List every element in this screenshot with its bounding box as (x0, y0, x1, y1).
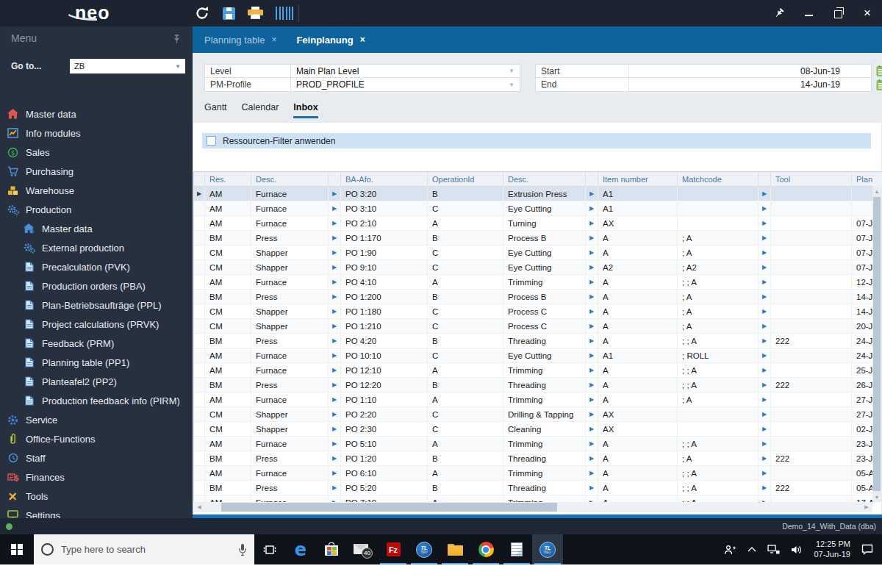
expand-arrow-icon[interactable]: ▶ (759, 348, 771, 363)
row-selector-header[interactable] (194, 172, 205, 186)
table-row[interactable]: AMFurnace▶PO 4:10ATrimming▶A; ; A▶12-J (194, 275, 873, 290)
row-selector[interactable] (194, 201, 205, 216)
expand-arrow-icon[interactable]: ▶ (586, 290, 598, 304)
close-icon[interactable]: × (360, 35, 365, 45)
taskbar-icon-notepad[interactable] (501, 534, 532, 564)
minimize-icon[interactable] (803, 7, 814, 19)
notification-icon[interactable] (861, 544, 873, 555)
expand-arrow-icon[interactable]: ▶ (759, 245, 771, 260)
expand-arrow-icon[interactable]: ▶ (329, 290, 341, 304)
column-header-desc[interactable]: Desc. (251, 172, 329, 186)
column-header-matchcode[interactable]: Matchcode (678, 172, 759, 186)
vertical-scrollbar[interactable]: ▲ ▼ (872, 186, 881, 502)
taskbar-icon-task-view[interactable] (254, 534, 285, 564)
expand-arrow-icon[interactable]: ▶ (586, 275, 598, 290)
expand-arrow-icon[interactable]: ▶ (759, 201, 771, 216)
expand-arrow-icon[interactable]: ▶ (329, 407, 341, 422)
row-selector[interactable] (194, 451, 205, 466)
expand-arrow-icon[interactable]: ▶ (329, 201, 341, 216)
pin-icon[interactable] (773, 7, 785, 19)
expand-arrow-icon[interactable]: ▶ (586, 466, 598, 481)
close-icon[interactable]: × (861, 7, 873, 19)
sidebar-item-sales[interactable]: $Sales (0, 143, 193, 162)
sidebar-item-service[interactable]: Service (0, 410, 193, 429)
level-select[interactable]: Main Plan Level ▼ (291, 65, 520, 77)
people-icon[interactable] (724, 545, 736, 555)
column-header-operationid[interactable]: OperationId (428, 172, 503, 186)
expand-arrow-icon[interactable]: ▶ (586, 392, 598, 407)
expand-arrow-icon[interactable]: ▶ (586, 407, 598, 422)
expand-arrow-icon[interactable]: ▶ (329, 392, 341, 407)
expand-arrow-icon[interactable]: ▶ (586, 245, 598, 260)
sidebar-item-master-data[interactable]: Master data (0, 104, 193, 123)
restore-icon[interactable] (832, 7, 844, 19)
row-selector[interactable] (194, 392, 205, 407)
expand-arrow-icon[interactable]: ▶ (759, 392, 771, 407)
expand-column-header[interactable] (586, 172, 598, 186)
row-selector[interactable] (194, 216, 205, 231)
print-icon[interactable] (248, 7, 263, 20)
sidebar-item-project-calculations-prvk[interactable]: Project calculations (PRVK) (0, 315, 193, 334)
table-row[interactable]: CMShapper▶PO 2:20CDrilling & Tapping▶AX▶… (194, 407, 873, 422)
expand-arrow-icon[interactable]: ▶ (759, 451, 771, 466)
end-date-field[interactable]: 14-Jun-19 (629, 78, 871, 91)
horizontal-scrollbar[interactable]: ◀ ▶ (193, 502, 872, 512)
expand-arrow-icon[interactable]: ▶ (586, 304, 598, 319)
expand-arrow-icon[interactable]: ▶ (329, 216, 341, 231)
expand-arrow-icon[interactable]: ▶ (586, 495, 598, 502)
taskbar-icon-filezilla[interactable]: Fz (378, 534, 409, 564)
column-header-ba-afo[interactable]: BA-Afo. (341, 172, 428, 186)
expand-arrow-icon[interactable]: ▶ (329, 363, 341, 378)
row-selector[interactable] (194, 231, 205, 245)
horizontal-scroll-thumb[interactable] (221, 503, 557, 512)
row-selector[interactable] (194, 348, 205, 363)
tab-calendar[interactable]: Calendar (242, 102, 279, 118)
sidebar-item-planteafel2-pp2[interactable]: Planteafel2 (PP2) (0, 372, 193, 391)
table-row[interactable]: CMShapper▶PO 2:30CCleaning▶AX▶02-J (194, 422, 873, 437)
column-header-res[interactable]: Res. (205, 172, 251, 186)
save-icon[interactable] (223, 7, 235, 20)
column-header-plan[interactable]: Plan (852, 172, 873, 186)
sidebar-item-staff[interactable]: Staff (0, 448, 193, 467)
expand-arrow-icon[interactable]: ▶ (329, 481, 341, 495)
column-header-item-number[interactable]: Item number (598, 172, 678, 186)
table-row[interactable]: BMPress▶PO 5:20BThreading▶A; ; A▶22205-A (194, 481, 873, 495)
sidebar-item-tools[interactable]: Tools (0, 487, 193, 506)
expand-arrow-icon[interactable]: ▶ (329, 319, 341, 334)
table-row[interactable]: BMPress▶PO 12:20BThreading▶A; ; A▶22226-… (194, 378, 873, 392)
expand-arrow-icon[interactable]: ▶ (586, 216, 598, 231)
expand-column-header[interactable] (759, 172, 771, 186)
taskbar-icon-edge[interactable]: e (285, 534, 316, 564)
sidebar-item-production-feedback-info-pirm[interactable]: Production feedback info (PIRM) (0, 391, 193, 410)
expand-arrow-icon[interactable]: ▶ (586, 319, 598, 334)
table-row[interactable]: BMPress▶PO 1:170BProcess B▶A; A▶07-J (194, 231, 873, 245)
row-selector[interactable] (194, 319, 205, 334)
expand-arrow-icon[interactable]: ▶ (586, 348, 598, 363)
sidebar-item-feedback-prm[interactable]: Feedback (PRM) (0, 334, 193, 353)
table-row[interactable]: AMFurnace▶PO 1:10ATrimming▶A; A▶27-J (194, 392, 873, 407)
tab-planning-table[interactable]: Planning table× (204, 35, 276, 46)
expand-arrow-icon[interactable]: ▶ (759, 466, 771, 481)
tab-inbox[interactable]: Inbox (293, 102, 318, 118)
expand-arrow-icon[interactable]: ▶ (329, 231, 341, 245)
table-row[interactable]: ▶AMFurnace▶PO 3:20BExtrusion Press▶A1▶ (194, 187, 873, 201)
table-row[interactable]: CMShapper▶PO 1:210CProcess C▶A; A▶20-J (194, 319, 873, 334)
expand-arrow-icon[interactable]: ▶ (759, 481, 771, 495)
row-selector[interactable] (194, 304, 205, 319)
expand-arrow-icon[interactable]: ▶ (329, 378, 341, 392)
sidebar-item-office-functions[interactable]: Office-Functions (0, 429, 193, 448)
tab-gantt[interactable]: Gantt (204, 102, 227, 118)
row-selector[interactable] (194, 495, 205, 502)
taskbar-icon-tl-neo[interactable]: TLNEO (532, 534, 563, 564)
row-selector[interactable] (194, 260, 205, 275)
taskbar-icon-tl-srv[interactable]: TLSRV (409, 534, 440, 564)
table-row[interactable]: CMShapper▶PO 9:10CEye Cutting▶A2; A2▶07-… (194, 260, 873, 275)
expand-arrow-icon[interactable]: ▶ (759, 304, 771, 319)
barcode-icon[interactable] (276, 7, 293, 20)
table-row[interactable]: AMFurnace▶PO 5:10ATrimming▶A; ; A▶23-J (194, 437, 873, 451)
expand-arrow-icon[interactable]: ▶ (329, 466, 341, 481)
table-row[interactable]: BMPress▶PO 4:20BThreading▶A; ; A▶22224-J (194, 334, 873, 348)
expand-arrow-icon[interactable]: ▶ (329, 260, 341, 275)
sidebar-item-production-orders-pba[interactable]: Production orders (PBA) (0, 276, 193, 295)
expand-arrow-icon[interactable]: ▶ (586, 231, 598, 245)
